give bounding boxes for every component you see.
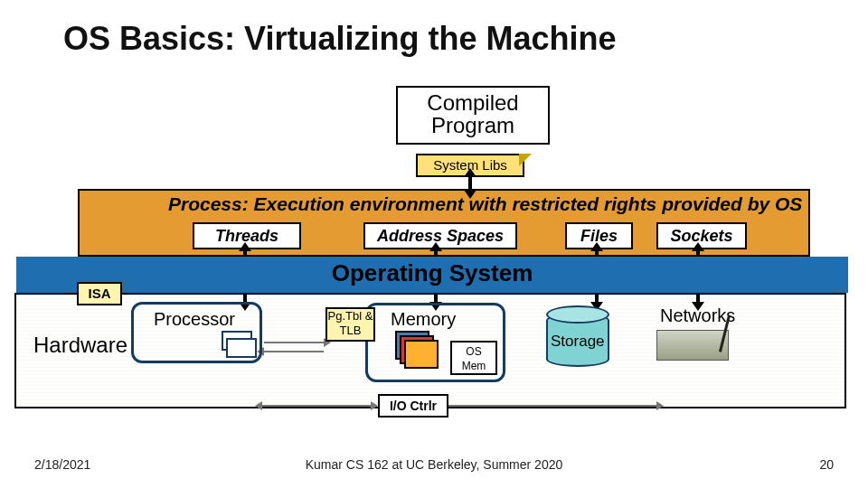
connector-ioctrlr-right — [448, 405, 656, 407]
footer-center: Kumar CS 162 at UC Berkeley, Summer 2020 — [0, 457, 868, 472]
isa-label: ISA — [77, 282, 122, 305]
memory-label: Memory — [391, 309, 456, 330]
processor-core-icon — [226, 338, 257, 358]
os-mem-box: OS Mem — [450, 341, 497, 375]
hardware-label: Hardware — [33, 333, 127, 358]
processor-label: Processor — [154, 309, 235, 330]
storage-cylinder-top-icon — [546, 305, 609, 324]
os-bar: Operating System — [16, 257, 848, 293]
slide-title: OS Basics: Virtualizing the Machine — [63, 20, 617, 58]
connector-proc-to-mem — [264, 342, 324, 343]
arrow-syslibs-process — [468, 177, 472, 190]
io-ctrlr-box: I/O Ctrlr — [378, 394, 448, 418]
compiled-program-label: Compiled Program — [427, 90, 518, 137]
connector-ioctrlr-left — [262, 405, 371, 407]
process-description: Process: Execution environment with rest… — [168, 193, 802, 215]
os-mem-label: OS Mem — [462, 345, 486, 372]
fold-corner-icon — [519, 154, 532, 166]
pgtbl-tlb-box: Pg.Tbl & TLB — [326, 307, 375, 342]
footer-page: 20 — [819, 457, 834, 472]
memory-chip-icon — [404, 340, 439, 369]
networks-label: Networks — [660, 305, 735, 326]
nic-card-icon — [656, 330, 729, 361]
compiled-program-box: Compiled Program — [396, 86, 550, 145]
storage-label: Storage — [551, 333, 605, 351]
connector-mem-to-proc — [264, 351, 324, 352]
